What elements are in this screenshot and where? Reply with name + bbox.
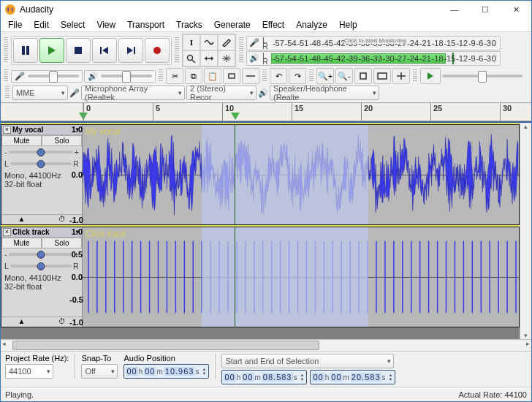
svg-marker-13 xyxy=(211,56,213,61)
track-name[interactable]: Click track xyxy=(12,228,73,236)
menu-file[interactable]: File xyxy=(2,18,28,31)
svg-marker-18 xyxy=(428,72,433,80)
menu-effect[interactable]: Effect xyxy=(256,18,290,31)
collapse-button[interactable]: ▲ xyxy=(1,215,42,224)
draw-tool[interactable] xyxy=(218,34,235,50)
menu-edit[interactable]: Edit xyxy=(28,18,55,31)
play-button[interactable] xyxy=(39,38,64,63)
toolbar-grip[interactable] xyxy=(5,86,10,99)
svg-rect-17 xyxy=(378,73,387,79)
menu-tracks[interactable]: Tracks xyxy=(170,18,208,31)
copy-button[interactable]: ⧉ xyxy=(185,68,202,84)
svg-marker-2 xyxy=(48,46,56,55)
cut-button[interactable]: ✂ xyxy=(166,68,183,84)
selection-type-select[interactable]: Start and End of Selection xyxy=(221,354,394,368)
envelope-tool[interactable] xyxy=(200,34,218,50)
stop-button[interactable] xyxy=(66,38,91,63)
toolbar-grip[interactable] xyxy=(4,69,8,83)
play-volume-slider[interactable]: 🔊 xyxy=(84,70,156,83)
menu-view[interactable]: View xyxy=(91,18,121,31)
paste-button[interactable]: 📋 xyxy=(204,68,221,84)
gain-slider[interactable] xyxy=(9,253,73,256)
waveform[interactable]: Click track1.00.50.0-0.5-1.0 xyxy=(83,227,519,327)
waveform[interactable]: My vocal1.00.0-1.0 xyxy=(83,125,519,224)
selection-start-field[interactable]: 00h00m08.583s▲▼ xyxy=(221,370,307,384)
audio-position-field[interactable]: 00h00m10.963s▲▼ xyxy=(123,364,209,379)
skip-start-button[interactable] xyxy=(92,38,117,63)
close-button[interactable]: ✕ xyxy=(501,1,531,18)
track-close-button[interactable]: × xyxy=(3,126,11,134)
timeshift-tool[interactable] xyxy=(200,50,218,67)
mic-icon: 🎤 xyxy=(15,72,25,81)
undo-button[interactable]: ↶ xyxy=(270,68,287,84)
selection-tool[interactable]: I xyxy=(183,34,200,50)
pan-slider[interactable] xyxy=(10,265,72,268)
toolbar-grip[interactable] xyxy=(309,69,314,83)
silence-button[interactable] xyxy=(242,68,259,84)
menu-analyze[interactable]: Analyze xyxy=(290,18,333,31)
menu-transport[interactable]: Transport xyxy=(121,18,170,31)
track-close-button[interactable]: × xyxy=(3,228,11,236)
redo-button[interactable]: ↷ xyxy=(289,68,306,84)
toolbar-grip[interactable] xyxy=(262,69,267,83)
multi-tool[interactable] xyxy=(218,50,235,67)
fit-selection-button[interactable] xyxy=(354,68,372,84)
mute-button[interactable]: Mute xyxy=(1,238,42,249)
menu-help[interactable]: Help xyxy=(333,18,363,31)
toolbar-grip[interactable] xyxy=(239,37,243,64)
zoom-tool[interactable] xyxy=(183,50,200,67)
output-device-select[interactable]: Speaker/Headphone (Realte xyxy=(270,86,379,100)
skip-end-button[interactable] xyxy=(118,38,143,63)
play-at-speed-button[interactable] xyxy=(420,68,441,84)
speaker-icon: 🔊 xyxy=(258,88,268,98)
selection-end-field[interactable]: 00h00m20.583s▲▼ xyxy=(310,370,395,384)
rec-meter-scale[interactable]: -57-54-51-48-45-42-39-36-33-30-27-24-21-… xyxy=(271,37,498,49)
fit-project-button[interactable] xyxy=(373,68,391,84)
zoom-in-button[interactable]: 🔍+ xyxy=(316,68,334,84)
track-name[interactable]: My vocal xyxy=(12,126,73,134)
mic-icon: 🎤 xyxy=(249,38,259,48)
start-monitoring-text[interactable]: Click to Start Monitoring xyxy=(344,37,406,44)
menu-select[interactable]: Select xyxy=(55,18,91,31)
input-device-select[interactable]: Microphone Array (Realtek xyxy=(81,86,185,100)
title-bar: Audacity — ☐ ✕ xyxy=(1,1,531,18)
pan-slider[interactable] xyxy=(10,162,72,165)
trim-button[interactable] xyxy=(223,68,240,84)
audio-host-select[interactable]: MME xyxy=(12,86,68,100)
track-label: Click track xyxy=(86,229,126,239)
playhead-icon[interactable] xyxy=(231,113,240,120)
audio-position-label: Audio Position xyxy=(123,354,209,363)
rec-volume-slider[interactable]: 🎤 xyxy=(11,70,83,83)
actual-rate-text: Actual Rate: 44100 xyxy=(458,390,527,399)
rec-meter[interactable]: 🎤 LR -57-54-51-48-45-42-39-36-33-30-27-2… xyxy=(246,36,501,50)
vertical-scrollbar[interactable] xyxy=(520,123,531,339)
svg-rect-3 xyxy=(75,47,82,54)
toolbar-grip[interactable] xyxy=(4,37,8,64)
status-text: Playing. xyxy=(5,390,34,399)
pause-button[interactable] xyxy=(13,38,38,63)
input-channels-select[interactable]: 2 (Stereo) Recor xyxy=(186,86,256,100)
project-rate-label: Project Rate (Hz): xyxy=(5,354,69,363)
timeline-ruler[interactable]: 051015202530 xyxy=(1,102,531,121)
maximize-button[interactable]: ☐ xyxy=(470,1,501,18)
play-speed-slider[interactable] xyxy=(442,75,522,77)
snap-to-select[interactable]: Off xyxy=(81,364,118,379)
zoom-toggle-button[interactable] xyxy=(392,68,410,84)
menu-generate[interactable]: Generate xyxy=(208,18,256,31)
mute-button[interactable]: Mute xyxy=(1,135,42,146)
minimize-button[interactable]: — xyxy=(439,1,470,18)
svg-rect-0 xyxy=(22,46,25,55)
project-rate-select[interactable]: 44100 xyxy=(5,364,53,379)
collapse-button[interactable]: ▲ xyxy=(1,317,42,327)
gain-slider[interactable] xyxy=(9,151,73,153)
toolbar-grip[interactable] xyxy=(413,69,417,83)
play-cursor xyxy=(235,227,235,327)
toolbar-grip[interactable] xyxy=(175,37,179,64)
play-meter[interactable]: 🔊 LR -57-54-51-48-45-42-39-36-33-30-27-2… xyxy=(246,51,501,66)
record-button[interactable] xyxy=(145,38,170,63)
horizontal-scrollbar[interactable] xyxy=(1,339,531,351)
svg-rect-14 xyxy=(229,74,235,78)
play-meter-scale[interactable]: -57-54-51-48-45-42-39-36-33-30-27-24-21-… xyxy=(271,53,498,64)
toolbar-grip[interactable] xyxy=(159,69,163,83)
zoom-out-button[interactable]: 🔍- xyxy=(335,68,353,84)
